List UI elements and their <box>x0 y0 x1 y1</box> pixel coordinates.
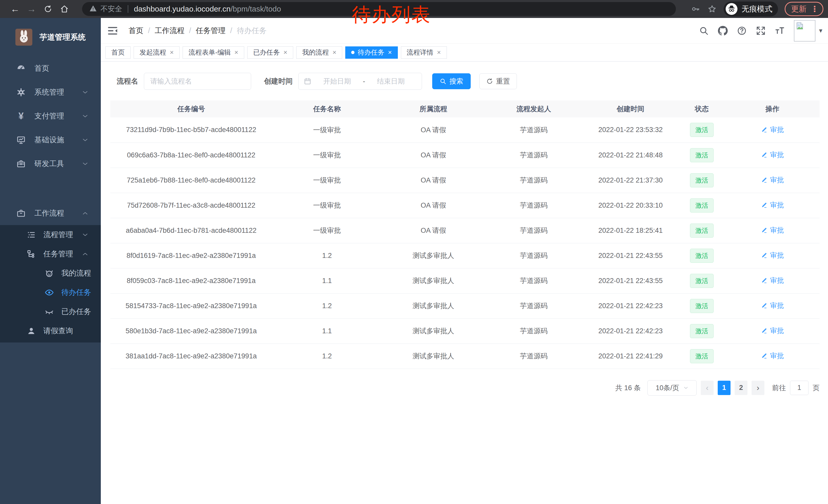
breadcrumb-home[interactable]: 首页 <box>128 26 143 36</box>
edit-pencil-icon <box>761 126 768 133</box>
cell-created: 2022-01-21 22:42:23 <box>583 318 678 343</box>
forward-icon[interactable]: → <box>26 4 37 14</box>
incognito-label: 无痕模式 <box>742 4 772 14</box>
bookmark-star-icon[interactable] <box>708 5 716 13</box>
approve-link[interactable]: 审批 <box>761 276 784 285</box>
cell-actions: 审批 <box>725 293 820 318</box>
sidebar-item-task-mgmt[interactable]: 任务管理 <box>0 244 101 264</box>
sidebar-item-process-mgmt[interactable]: 流程管理 <box>0 225 101 244</box>
update-button[interactable]: 更新 ⋮ <box>785 2 823 16</box>
reload-icon[interactable] <box>42 5 54 13</box>
help-icon[interactable] <box>737 26 747 36</box>
approve-link[interactable]: 审批 <box>761 226 784 235</box>
close-icon[interactable]: × <box>437 48 441 56</box>
approve-link[interactable]: 审批 <box>761 150 784 159</box>
tab[interactable]: 流程表单-编辑 × <box>182 46 244 59</box>
process-name-input[interactable] <box>144 73 251 90</box>
sidebar-item-infra[interactable]: 基础设施 <box>0 128 101 152</box>
browser-menu-icon[interactable]: ⋮ <box>811 4 819 14</box>
tab-label: 发起流程 <box>139 48 166 57</box>
sidebar-item-workflow[interactable]: 工作流程 <box>0 201 101 225</box>
approve-link[interactable]: 审批 <box>761 351 784 360</box>
avatar-caret-icon[interactable]: ▾ <box>819 27 822 35</box>
back-icon[interactable]: ← <box>9 4 21 14</box>
cell-actions: 审批 <box>725 193 820 218</box>
edit-pencil-icon <box>761 252 768 259</box>
search-icon[interactable] <box>699 26 709 36</box>
page-button-2[interactable]: 2 <box>735 381 747 395</box>
cell-task-id: 8f0d1619-7ac8-11ec-a9e2-a2380e71991a <box>110 243 272 268</box>
cell-starter: 芋道源码 <box>485 142 583 168</box>
font-size-icon[interactable] <box>775 26 785 36</box>
table-row: 73211d9d-7b9b-11ec-b5b7-acde48001122 一级审… <box>110 118 820 142</box>
breadcrumb-workflow[interactable]: 工作流程 <box>155 26 184 36</box>
table-row: 8f059c03-7ac8-11ec-a9e2-a2380e71991a 1.1… <box>110 268 820 293</box>
close-icon[interactable]: × <box>170 48 174 56</box>
total-count: 共 16 条 <box>615 383 641 393</box>
collapse-sidebar-icon[interactable] <box>108 26 118 35</box>
security-label: 不安全 <box>100 4 122 14</box>
sidebar-item-devtools[interactable]: 研发工具 <box>0 152 101 176</box>
tab[interactable]: 已办任务 × <box>247 46 293 59</box>
cell-task-id: 381aa1dd-7ac8-11ec-a9e2-a2380e71991a <box>110 343 272 369</box>
prev-page-button[interactable]: ‹ <box>701 381 714 395</box>
date-range-input[interactable]: 开始日期 - 结束日期 <box>298 73 422 90</box>
page-button-1[interactable]: 1 <box>718 381 731 395</box>
cell-task-id: 069c6a63-7b8a-11ec-8ef0-acde48001122 <box>110 142 272 168</box>
tab[interactable]: 首页 <box>106 46 131 59</box>
status-badge: 激活 <box>690 148 714 162</box>
list-icon <box>26 230 37 239</box>
filter-bar: 流程名 创建时间 开始日期 - 结束日期 搜索 重 <box>110 73 820 90</box>
cell-process: OA 请假 <box>382 168 485 193</box>
sidebar-item-payment[interactable]: ¥ 支付管理 <box>0 104 101 128</box>
goto-label: 前往 <box>772 383 786 393</box>
approve-link[interactable]: 审批 <box>761 326 784 335</box>
status-badge: 激活 <box>690 274 714 288</box>
close-icon[interactable]: × <box>332 48 336 56</box>
approve-link[interactable]: 审批 <box>761 301 784 310</box>
breadcrumb-separator: / <box>189 27 191 35</box>
goto-page-input[interactable] <box>790 381 809 395</box>
sidebar-item-system[interactable]: 系统管理 <box>0 80 101 104</box>
close-icon[interactable]: × <box>235 48 238 56</box>
table-row: 381aa1dd-7ac8-11ec-a9e2-a2380e71991a 1.2… <box>110 343 820 369</box>
tab[interactable]: 流程详情 × <box>401 46 447 59</box>
monitor-icon <box>15 135 27 145</box>
sidebar-item-my-process[interactable]: 我的流程 <box>0 264 101 283</box>
tab[interactable]: 发起流程 × <box>134 46 179 59</box>
breadcrumb-task-mgmt[interactable]: 任务管理 <box>196 26 225 36</box>
sidebar-item-home[interactable]: 首页 <box>0 56 101 80</box>
tab[interactable]: 我的流程 × <box>296 46 342 59</box>
approve-link[interactable]: 审批 <box>761 251 784 260</box>
cell-process: OA 请假 <box>382 142 485 168</box>
fullscreen-icon[interactable] <box>756 26 766 36</box>
approve-link[interactable]: 审批 <box>761 200 784 210</box>
tab[interactable]: 待办任务 × <box>345 46 398 59</box>
close-icon[interactable]: × <box>283 48 287 56</box>
task-table: 任务编号 任务名称 所属流程 流程发起人 创建时间 状态 操作 <box>110 100 820 369</box>
close-icon[interactable]: × <box>388 48 392 56</box>
cell-created: 2022-01-21 22:42:23 <box>583 293 678 318</box>
next-page-button[interactable]: › <box>752 381 764 395</box>
reset-button[interactable]: 重置 <box>480 73 517 89</box>
sidebar-item-todo-task[interactable]: 待办任务 <box>0 283 101 302</box>
cell-actions: 审批 <box>725 218 820 243</box>
cell-process: 测试多审批人 <box>382 318 485 343</box>
page-unit-label: 页 <box>813 383 820 393</box>
home-icon[interactable] <box>58 5 70 13</box>
key-icon[interactable] <box>691 5 700 13</box>
page-size-select[interactable]: 10条/页 <box>648 380 697 396</box>
approve-link[interactable]: 审批 <box>761 125 784 134</box>
sidebar-item-leave-query[interactable]: 请假查询 <box>0 321 101 340</box>
table-row: 8f0d1619-7ac8-11ec-a9e2-a2380e71991a 1.2… <box>110 243 820 268</box>
search-button[interactable]: 搜索 <box>432 73 471 89</box>
avatar[interactable] <box>794 20 816 42</box>
workflow-submenu: 流程管理 任务管理 我的流程 <box>0 225 101 342</box>
approve-link[interactable]: 审批 <box>761 175 784 185</box>
chevron-up-icon <box>82 251 88 258</box>
github-icon[interactable] <box>718 26 728 36</box>
pagination: 共 16 条 10条/页 ‹ 1 2 › 前往 页 <box>110 380 820 396</box>
chevron-up-icon <box>82 210 88 217</box>
sidebar-item-done-task[interactable]: 已办任务 <box>0 302 101 321</box>
chevron-down-icon <box>82 89 88 96</box>
